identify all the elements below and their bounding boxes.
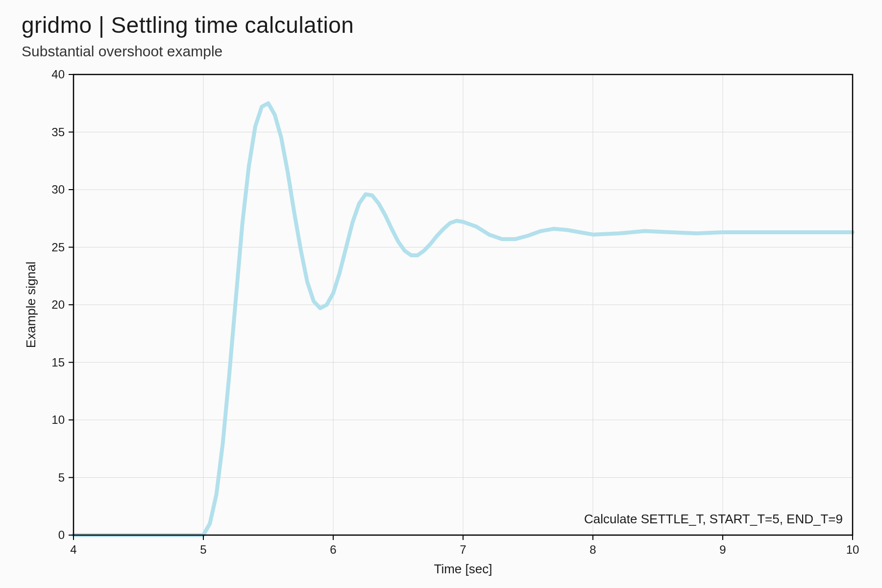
x-tick-label: 8 <box>589 543 596 556</box>
y-tick-label: 40 <box>51 70 65 81</box>
x-tick-label: 9 <box>719 543 726 556</box>
page: gridmo | Settling time calculation Subst… <box>0 0 882 588</box>
x-tick-label: 10 <box>846 543 859 556</box>
x-tick-label: 6 <box>330 543 336 556</box>
chart-container: 456789100510152025303540Time [sec]Exampl… <box>20 70 862 579</box>
page-subtitle: Substantial overshoot example <box>22 43 862 60</box>
y-tick-label: 30 <box>51 183 65 196</box>
y-tick-label: 15 <box>51 356 65 369</box>
x-axis-label: Time [sec] <box>434 562 492 576</box>
y-tick-label: 10 <box>51 413 65 426</box>
x-tick-label: 4 <box>70 543 76 556</box>
chart-annotation: Calculate SETTLE_T, START_T=5, END_T=9 <box>584 512 843 526</box>
y-tick-label: 5 <box>58 471 65 484</box>
y-axis-label: Example signal <box>24 262 38 348</box>
line-chart: 456789100510152025303540Time [sec]Exampl… <box>20 70 862 579</box>
page-title: gridmo | Settling time calculation <box>22 12 862 38</box>
y-tick-label: 35 <box>51 125 65 139</box>
x-tick-label: 7 <box>460 543 466 556</box>
y-tick-label: 25 <box>51 241 65 254</box>
x-tick-label: 5 <box>200 543 206 556</box>
y-tick-label: 20 <box>51 298 65 311</box>
y-tick-label: 0 <box>58 528 65 541</box>
